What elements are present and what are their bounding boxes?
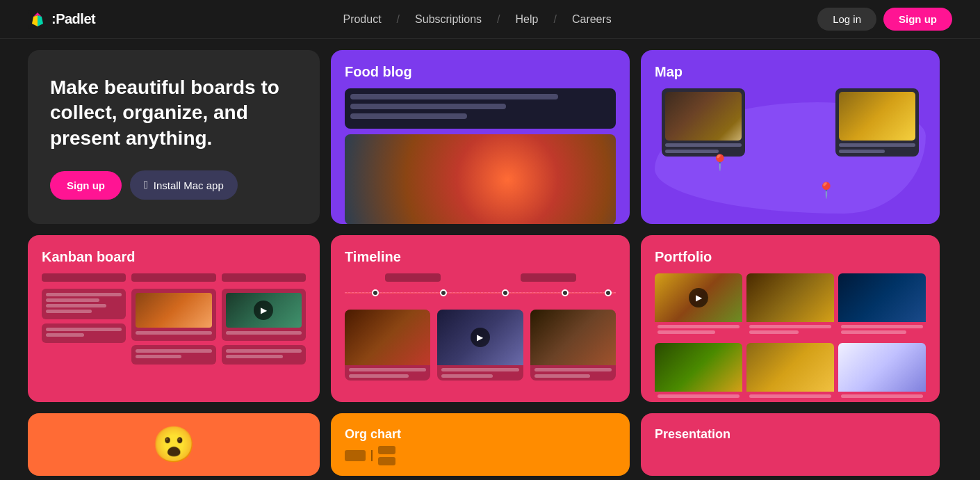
tl-card-1 [345, 310, 430, 381]
food-blog-card: Food blog [331, 50, 630, 224]
kanban-header-3 [222, 273, 306, 282]
timeline-card: Timeline [331, 235, 630, 402]
kanban-col-1 [42, 273, 126, 365]
tl-dot-1 [372, 289, 379, 296]
nav-subscriptions[interactable]: Subscriptions [408, 9, 489, 30]
login-button[interactable]: Log in [817, 8, 876, 31]
nav-sep-3: / [550, 13, 559, 26]
map-img-elephant [665, 92, 742, 141]
port-img-1: ▶ [655, 273, 742, 322]
kanban-item-1 [42, 289, 126, 319]
timeline-line [345, 292, 616, 294]
portfolio-grid: ▶ [655, 273, 926, 402]
bottom-left-card: 😮 [28, 413, 320, 476]
tl-dot-3 [502, 289, 509, 296]
play-icon-port: ▶ [689, 288, 708, 307]
port-img-5 [746, 343, 834, 392]
main-grid: Make beautiful boards to collect, organi… [0, 39, 980, 480]
map-mock-line-2 [665, 150, 719, 153]
port-item-5 [746, 343, 834, 402]
play-icon-tl: ▶ [471, 328, 490, 347]
tl-label-2 [521, 273, 576, 282]
nav-links: Product / Subscriptions / Help / Careers [137, 9, 817, 30]
nav-sep-2: / [494, 13, 503, 26]
map-mock-line-4 [839, 150, 885, 153]
port-item-1: ▶ [655, 273, 742, 339]
signup-nav-button[interactable]: Sign up [883, 8, 952, 31]
map-pin-2: 📍 [817, 182, 835, 200]
play-icon-kanban: ▶ [254, 301, 273, 320]
kanban-header-2 [131, 273, 215, 282]
kanban-item-3 [131, 289, 215, 341]
kanban-title: Kanban board [42, 249, 306, 265]
mock-line-3 [350, 113, 467, 119]
nav-sep-1: / [394, 13, 402, 26]
port-item-6 [838, 343, 926, 402]
port-item-4 [655, 343, 742, 402]
tl-img-3 [530, 310, 616, 365]
kanban-item-6 [222, 345, 306, 365]
mac-label: Install Mac app [154, 179, 224, 191]
apple-icon:  [144, 179, 148, 191]
mock-line-2 [350, 104, 506, 109]
port-img-6 [838, 343, 926, 392]
hero-buttons: Sign up  Install Mac app [50, 170, 297, 200]
map-card: Map 📍 📍 [641, 50, 940, 224]
kanban-img-1 [136, 293, 211, 328]
food-image-inner [345, 134, 616, 224]
kanban-img-2: ▶ [226, 293, 302, 328]
port-img-4 [655, 343, 742, 392]
portfolio-title: Portfolio [655, 249, 926, 265]
hero-title: Make beautiful boards to collect, organi… [50, 75, 297, 151]
logo-text: :Padlet [51, 11, 95, 27]
timeline-line-wrap [345, 287, 616, 298]
kanban-col-3: ▶ [222, 273, 306, 365]
kanban-col-2 [131, 273, 215, 365]
nav-product[interactable]: Product [336, 9, 388, 30]
timeline-cards: ▶ [345, 310, 616, 381]
org-chart-title: Org chart [345, 427, 401, 442]
kanban-card: Kanban board [28, 235, 320, 402]
tl-label-1 [385, 273, 441, 282]
kanban-header-1 [42, 273, 126, 282]
map-mock-line-1 [665, 143, 742, 147]
food-mockup [345, 88, 616, 129]
kanban-grid: ▶ [42, 273, 306, 365]
signup-hero-button[interactable]: Sign up [50, 171, 122, 200]
presentation-card: Presentation [641, 413, 940, 476]
install-mac-button[interactable]:  Install Mac app [130, 170, 238, 200]
org-chart-visual [345, 446, 395, 465]
tl-dot-4 [562, 289, 569, 296]
kanban-item-2 [42, 323, 126, 343]
tl-card-3 [530, 310, 616, 381]
timeline-headers [345, 273, 616, 282]
tl-dot-2 [440, 289, 447, 296]
kanban-item-4 [131, 345, 215, 365]
presentation-title: Presentation [655, 427, 730, 442]
tl-card-2: ▶ [437, 310, 523, 381]
portfolio-card: Portfolio ▶ [641, 235, 940, 402]
timeline-visual: ▶ [345, 273, 616, 381]
kanban-item-5: ▶ [222, 289, 306, 341]
port-item-3 [838, 273, 926, 339]
map-card-elephant [662, 88, 745, 157]
org-chart-card: Org chart [331, 413, 630, 476]
nav-help[interactable]: Help [509, 9, 546, 30]
logo[interactable]: :Padlet [28, 10, 95, 29]
map-mock-line-3 [839, 143, 915, 147]
bottom-emoji: 😮 [42, 424, 306, 465]
food-image [345, 134, 616, 224]
nav-actions: Log in Sign up [817, 8, 952, 31]
food-blog-title: Food blog [345, 64, 616, 80]
navbar: :Padlet Product / Subscriptions / Help /… [0, 0, 980, 39]
port-item-2 [746, 273, 834, 339]
port-img-3 [838, 273, 926, 322]
tl-img-1 [345, 310, 430, 365]
map-card-lion [835, 88, 919, 157]
map-title: Map [655, 64, 926, 80]
nav-careers[interactable]: Careers [565, 9, 619, 30]
tl-dot-5 [605, 289, 612, 296]
map-visual: 📍 📍 [655, 88, 926, 214]
map-pin-1: 📍 [710, 154, 729, 172]
hero-card: Make beautiful boards to collect, organi… [28, 50, 320, 224]
